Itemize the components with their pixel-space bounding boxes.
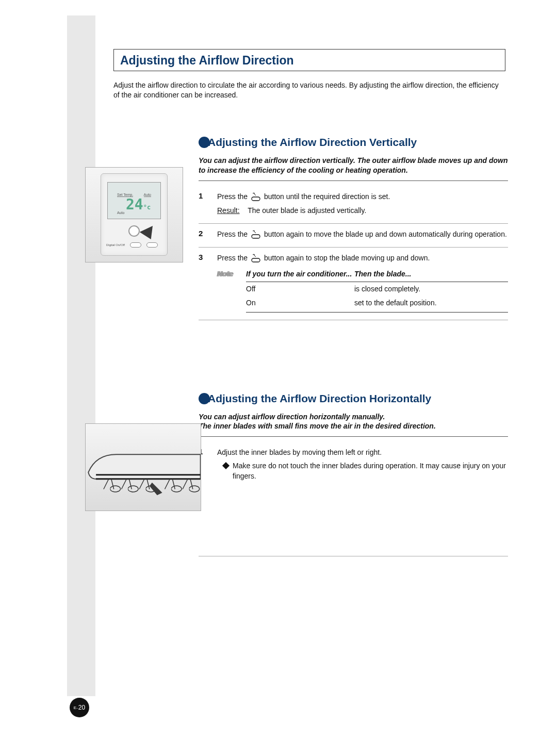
intro-paragraph: Adjust the airflow direction to circulat… xyxy=(113,80,505,100)
page-number-badge: E-20 xyxy=(70,698,89,717)
note-block: Note If you turn the air conditioner... … xyxy=(217,269,508,313)
swing-button-icon xyxy=(251,192,261,202)
remote-illustration: Set Temp. Auto 24°c Auto Digital On/Off xyxy=(85,167,183,262)
remote-digital-onoff-label: Digital On/Off xyxy=(106,243,125,246)
remote-round-button xyxy=(128,225,140,237)
section-vertical-body: You can adjust the airflow direction ver… xyxy=(199,156,508,320)
section-divider xyxy=(199,556,508,556)
remote-bottom-row: Digital On/Off xyxy=(106,240,162,250)
remote-pill-button-2 xyxy=(146,242,158,248)
step-row: 2 Press the button again to move the bla… xyxy=(199,224,508,248)
section-horizontal-heading: Adjusting the Airflow Direction Horizont… xyxy=(199,392,505,405)
swing-button-icon xyxy=(251,230,261,239)
bullet-line: Make sure do not touch the inner blades … xyxy=(217,461,508,481)
section-horizontal-title: Adjusting the Airflow Direction Horizont… xyxy=(208,392,431,405)
svg-rect-0 xyxy=(252,197,260,201)
note-cell: is closed completely. xyxy=(354,284,508,294)
left-margin-bar xyxy=(67,15,95,696)
note-cell: Off xyxy=(246,284,354,294)
remote-screen: Set Temp. Auto 24°c Auto xyxy=(107,182,161,219)
section-vertical: Set Temp. Auto 24°c Auto Digital On/Off xyxy=(113,136,505,320)
result-text: The outer blade is adjusted vertically. xyxy=(248,206,366,215)
section-vertical-heading: Adjusting the Airflow Direction Vertical… xyxy=(199,136,505,149)
step-number: 1 xyxy=(199,191,208,216)
content-area: Adjusting the Airflow Direction Adjust t… xyxy=(113,49,505,556)
note-table-row: On set to the default position. xyxy=(246,296,508,310)
svg-rect-2 xyxy=(252,258,260,262)
note-table: If you turn the air conditioner... Then … xyxy=(246,269,508,313)
note-header-col2: Then the blade... xyxy=(354,269,508,280)
step-text: Press the button again to stop the blade… xyxy=(217,253,508,313)
remote-digits: 24°c xyxy=(126,196,151,213)
step-number: 2 xyxy=(199,229,208,240)
note-table-header: If you turn the air conditioner... Then … xyxy=(246,269,508,282)
result-label: Result: xyxy=(217,206,240,215)
note-cell: set to the default position. xyxy=(354,298,508,308)
page-title: Adjusting the Airflow Direction xyxy=(120,54,499,68)
step-number: 3 xyxy=(199,253,208,313)
ac-unit-illustration xyxy=(85,423,201,511)
section-horizontal-body: You can adjust airflow direction horizon… xyxy=(199,412,508,489)
bullet-text: Make sure do not touch the inner blades … xyxy=(233,461,508,481)
section-horizontal-lead: You can adjust airflow direction horizon… xyxy=(199,412,508,437)
section-vertical-lead: You can adjust the airflow direction ver… xyxy=(199,156,508,181)
step-row: 1 Adjust the inner blades by moving them… xyxy=(199,442,508,488)
svg-rect-1 xyxy=(252,235,260,238)
section-vertical-title: Adjusting the Airflow Direction Vertical… xyxy=(208,136,417,149)
remote-auto-left-label: Auto xyxy=(117,211,124,215)
step-row: 1 Press the button until the required di… xyxy=(199,186,508,224)
note-cell: On xyxy=(246,298,354,308)
page-number-prefix: E- xyxy=(74,705,78,710)
step-text: Press the button again to move the blade… xyxy=(217,229,508,240)
page-number: 20 xyxy=(78,704,85,711)
diamond-bullet-icon xyxy=(222,462,230,469)
step-text: Adjust the inner blades by moving them l… xyxy=(217,447,508,481)
remote-pill-button-1 xyxy=(130,242,141,248)
note-table-row: Off is closed completely. xyxy=(246,282,508,296)
page: Adjusting the Airflow Direction Adjust t… xyxy=(0,0,557,756)
title-box: Adjusting the Airflow Direction xyxy=(113,49,505,71)
swing-button-icon xyxy=(251,254,261,263)
step-text: Press the button until the required dire… xyxy=(217,191,508,216)
note-label: Note xyxy=(217,269,239,313)
section-horizontal: Adjusting the Airflow Direction Horizont… xyxy=(113,392,505,556)
step-row: 3 Press the button again to stop the bla… xyxy=(199,248,508,320)
note-header-col1: If you turn the air conditioner... xyxy=(246,269,354,280)
remote-body: Set Temp. Auto 24°c Auto Digital On/Off xyxy=(101,173,168,256)
